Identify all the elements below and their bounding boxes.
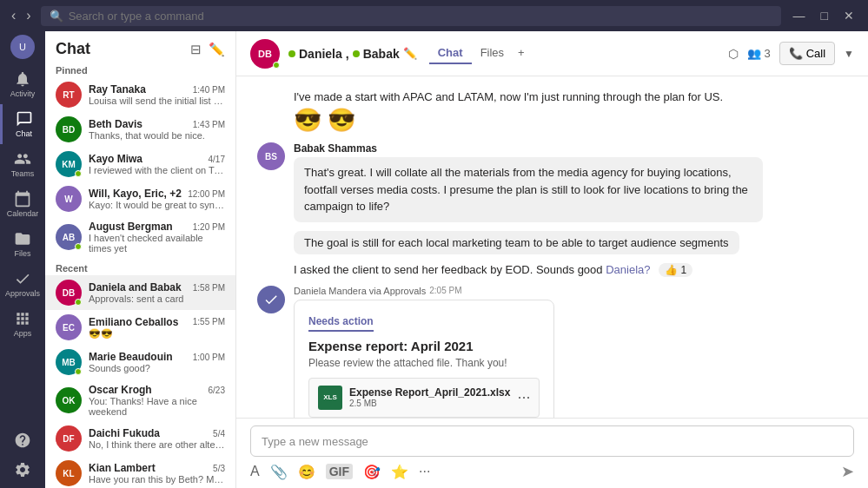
file-more-icon[interactable]: ··· xyxy=(517,388,530,406)
chat-item[interactable]: KM Kayo Miwa 4/17 I reviewed with the cl… xyxy=(45,147,235,181)
maximize-button[interactable]: □ xyxy=(814,7,835,24)
message-row: I asked the client to send her feedback … xyxy=(294,263,847,277)
chat-item-name: Ray Tanaka xyxy=(89,83,146,96)
send-button[interactable]: ➤ xyxy=(841,462,854,481)
chat-item-time: 5/4 xyxy=(213,429,225,439)
call-button[interactable]: 📞 Call xyxy=(779,42,835,65)
compose-box[interactable]: Type a new message xyxy=(250,425,854,457)
compose-placeholder: Type a new message xyxy=(262,435,368,448)
sidebar-item-calendar[interactable]: Calendar xyxy=(0,184,45,224)
nav-back-button[interactable]: ‹ xyxy=(7,6,20,25)
sidebar-item-label: Chat xyxy=(16,129,32,138)
sidebar-item-label: Apps xyxy=(14,329,32,338)
contact-avatar: DB xyxy=(250,39,280,69)
filter-icon[interactable]: ⊟ xyxy=(190,42,202,57)
add-tab-button[interactable]: + xyxy=(513,43,530,64)
minimize-button[interactable]: — xyxy=(786,7,812,24)
header-names: Daniela, Babak ✏️ xyxy=(288,47,417,61)
attach-icon[interactable]: 📎 xyxy=(270,464,288,480)
sidebar-item-label: Calendar xyxy=(7,209,39,218)
sidebar-item-activity[interactable]: Activity xyxy=(0,64,45,104)
tab-chat[interactable]: Chat xyxy=(429,43,472,64)
chat-item-avatar: KL xyxy=(56,460,82,486)
via-time: 2:05 PM xyxy=(429,286,461,295)
search-bar[interactable]: 🔍 xyxy=(41,6,781,26)
approvals-icon xyxy=(14,270,31,287)
needs-action-label: Needs action xyxy=(308,315,374,332)
chat-item-avatar: RT xyxy=(56,82,82,108)
nav-arrows[interactable]: ‹ › xyxy=(7,6,36,25)
message-text: I've made a start with APAC and LATAM, n… xyxy=(294,90,723,103)
popout-icon[interactable]: ⬡ xyxy=(728,47,739,61)
recent-section-label: Recent xyxy=(45,258,235,275)
xlsx-icon: XLS xyxy=(318,386,342,410)
chat-item-avatar: DB xyxy=(56,280,82,306)
chat-item-time: 4/17 xyxy=(209,155,225,164)
sidebar-item-files[interactable]: Files xyxy=(0,224,45,264)
chat-item[interactable]: EC Emiliano Ceballos 1:55 PM 😎😎 xyxy=(45,310,235,345)
message-row: I've made a start with APAC and LATAM, n… xyxy=(294,90,847,134)
sticker-icon[interactable]: 🎯 xyxy=(363,464,381,480)
chat-item-name: Marie Beaudouin xyxy=(89,351,173,363)
sidebar-item-settings[interactable] xyxy=(0,455,45,485)
chat-item-avatar: MB xyxy=(56,349,82,375)
chat-item[interactable]: AB August Bergman 1:20 PM I haven't chec… xyxy=(45,216,235,258)
compose-toolbar: A 📎 😊 GIF 🎯 ⭐ ··· ➤ xyxy=(250,462,854,481)
chat-item[interactable]: OK Oscar Krogh 6/23 You: Thanks! Have a … xyxy=(45,379,235,421)
bell-icon xyxy=(14,70,31,88)
approval-card: Needs action Expense report: April 2021 … xyxy=(294,300,554,419)
chat-item[interactable]: W Will, Kayo, Eric, +2 12:00 PM Kayo: It… xyxy=(45,181,235,216)
chat-item-preview: You: Thanks! Have a nice weekend xyxy=(89,396,225,417)
message-bubble-info: The goal is still for each local marketi… xyxy=(294,231,739,254)
chat-item[interactable]: DF Daichi Fukuda 5/4 No, I think there a… xyxy=(45,421,235,456)
window-controls: — □ ✕ xyxy=(786,7,861,24)
chat-item-name: Beth Davis xyxy=(89,118,142,130)
close-button[interactable]: ✕ xyxy=(837,7,861,24)
card-file[interactable]: XLS Expense Report_April_2021.xlsx 2.5 M… xyxy=(308,378,540,418)
format-icon[interactable]: A xyxy=(250,464,260,479)
chat-list-title: Chat xyxy=(56,40,90,58)
dropdown-chevron[interactable]: ▼ xyxy=(844,48,854,60)
edit-icon[interactable]: ✏️ xyxy=(403,47,417,60)
tab-files[interactable]: Files xyxy=(472,43,513,64)
file-info: Expense Report_April_2021.xlsx 2.5 MB xyxy=(349,386,510,408)
chat-item-name: Daniela and Babak xyxy=(89,281,182,293)
sidebar-item-approvals[interactable]: Approvals xyxy=(0,264,45,304)
sidebar-item-apps[interactable]: Apps xyxy=(0,304,45,344)
gif-icon[interactable]: GIF xyxy=(326,464,353,479)
chat-item-preview: 😎😎 xyxy=(89,328,225,340)
chat-item-avatar: DF xyxy=(56,425,82,452)
chat-item[interactable]: BD Beth Davis 1:43 PM Thanks, that would… xyxy=(45,112,235,147)
files-icon xyxy=(14,230,31,247)
main-chat-panel: DB Daniela, Babak ✏️ Chat Files + ⬡ xyxy=(236,31,868,488)
message-emoji: 😎 😎 xyxy=(294,107,723,134)
sidebar-item-chat[interactable]: Chat xyxy=(0,104,45,144)
more-options-icon[interactable]: ··· xyxy=(419,464,430,479)
sidebar: U Activity Chat Teams Calendar Files xyxy=(0,31,45,488)
chat-item-preview: Louisa will send the initial list of att… xyxy=(89,96,225,106)
chat-item[interactable]: DB Daniela and Babak 1:58 PM Approvals: … xyxy=(45,275,235,310)
chat-item-time: 1:20 PM xyxy=(193,222,225,232)
via-text: Daniela Mandera via Approvals xyxy=(294,286,426,296)
sidebar-item-help[interactable] xyxy=(0,425,45,455)
emoji-icon[interactable]: 😊 xyxy=(298,464,315,480)
chat-item[interactable]: MB Marie Beaudouin 1:00 PM Sounds good? xyxy=(45,345,235,379)
nav-forward-button[interactable]: › xyxy=(22,6,35,25)
message-row: BS Babak Shammas That's great. I will co… xyxy=(257,142,847,222)
messages-area: I've made a start with APAC and LATAM, n… xyxy=(236,76,868,418)
phone-icon: 📞 xyxy=(789,47,803,60)
chat-icon xyxy=(16,110,33,128)
message-row: The goal is still for each local marketi… xyxy=(294,231,847,254)
avatar[interactable]: U xyxy=(10,35,35,59)
compose-icon[interactable]: ✏️ xyxy=(209,42,225,57)
header-actions: ⬡ 👥 3 📞 Call ▼ xyxy=(728,42,854,65)
pinned-section-label: Pinned xyxy=(45,62,235,77)
sidebar-item-teams[interactable]: Teams xyxy=(0,144,45,184)
chat-list-header: Chat ⊟ ✏️ xyxy=(45,31,235,62)
chat-item[interactable]: RT Ray Tanaka 1:40 PM Louisa will send t… xyxy=(45,77,235,112)
chat-item-preview: Have you ran this by Beth? Make sure she… xyxy=(89,474,225,485)
participants-badge[interactable]: 👥 3 xyxy=(747,47,770,60)
praise-icon[interactable]: ⭐ xyxy=(391,464,408,480)
search-input[interactable] xyxy=(69,10,772,23)
chat-item[interactable]: KL Kian Lambert 5/3 Have you ran this by… xyxy=(45,456,235,488)
